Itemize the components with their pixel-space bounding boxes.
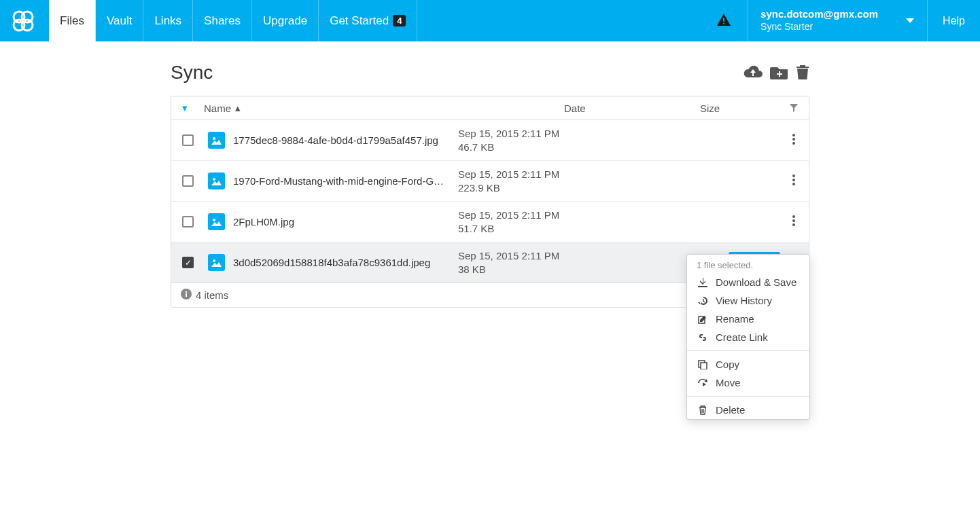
- svg-point-15: [792, 183, 795, 185]
- account-plan: Sync Starter: [760, 21, 878, 33]
- svg-point-9: [792, 138, 795, 141]
- image-file-icon: [208, 213, 225, 230]
- svg-point-18: [792, 215, 795, 218]
- svg-point-19: [792, 219, 795, 222]
- image-file-icon: [208, 132, 225, 149]
- app-logo[interactable]: [10, 7, 37, 35]
- menu-history[interactable]: View History: [687, 291, 809, 310]
- nav-item-shares[interactable]: Shares: [193, 0, 252, 41]
- footer-count: 4 items: [196, 289, 228, 301]
- svg-point-8: [792, 134, 795, 137]
- file-size: 51.7 KB: [458, 222, 676, 236]
- context-menu: 1 file selected. Download & Save View Hi…: [686, 254, 810, 420]
- sort-asc-icon: ▴: [235, 102, 241, 114]
- move-icon: [697, 378, 709, 388]
- table-row[interactable]: 1775dec8-9884-4afe-b0d4-d1799a5af457.jpg…: [171, 120, 809, 161]
- more-options-icon[interactable]: [790, 172, 798, 190]
- caret-down-icon[interactable]: ▾: [182, 102, 188, 114]
- file-date: Sep 15, 2015 2:11 PM: [458, 168, 676, 181]
- filter-icon[interactable]: [790, 103, 798, 114]
- more-options-icon[interactable]: [790, 213, 798, 231]
- svg-rect-27: [186, 293, 187, 297]
- svg-point-20: [792, 223, 795, 226]
- nav-item-vault[interactable]: Vault: [96, 0, 144, 41]
- file-size: 38 KB: [458, 263, 676, 276]
- file-name[interactable]: 3d0d52069d158818f4b3afa78c9361dd.jpeg: [233, 257, 458, 268]
- nav-badge: 4: [393, 15, 406, 26]
- menu-selection-info: 1 file selected.: [687, 255, 809, 273]
- more-options-icon[interactable]: [790, 131, 798, 149]
- new-folder-icon[interactable]: [770, 65, 789, 81]
- svg-point-14: [792, 179, 795, 181]
- row-checkbox[interactable]: [182, 257, 194, 268]
- col-size-header[interactable]: Size: [700, 103, 720, 114]
- svg-point-13: [792, 175, 795, 177]
- image-file-icon: [208, 254, 225, 271]
- file-date: Sep 15, 2015 2:11 PM: [458, 127, 676, 141]
- menu-rename[interactable]: Rename: [687, 310, 809, 328]
- table-row[interactable]: 2FpLH0M.jpgSep 15, 2015 2:11 PM51.7 KB: [171, 202, 809, 242]
- nav-items: FilesVaultLinksSharesUpgradeGet Started4: [49, 0, 417, 41]
- info-icon: [181, 289, 192, 302]
- svg-point-10: [792, 142, 795, 145]
- svg-rect-28: [186, 291, 187, 293]
- file-size: 46.7 KB: [458, 141, 676, 154]
- image-file-icon: [208, 172, 225, 189]
- link-icon: [697, 333, 709, 342]
- svg-rect-4: [723, 18, 724, 21]
- file-date: Sep 15, 2015 2:11 PM: [458, 249, 676, 263]
- svg-rect-5: [723, 23, 724, 24]
- col-name-header[interactable]: Name: [204, 103, 231, 114]
- download-icon: [697, 278, 709, 287]
- svg-point-3: [22, 20, 33, 31]
- col-date-header[interactable]: Date: [564, 103, 586, 114]
- menu-copy[interactable]: Copy: [687, 355, 809, 374]
- file-size: 223.9 KB: [458, 181, 676, 195]
- nav-item-files[interactable]: Files: [49, 0, 96, 41]
- trash-icon[interactable]: [796, 65, 809, 81]
- edit-icon: [697, 314, 709, 324]
- sync-logo-icon: [10, 7, 37, 35]
- chevron-down-icon: [905, 16, 915, 26]
- upload-icon[interactable]: [743, 65, 763, 81]
- top-nav: FilesVaultLinksSharesUpgradeGet Started4…: [0, 0, 980, 41]
- nav-item-upgrade[interactable]: Upgrade: [252, 0, 319, 41]
- delete-icon: [697, 405, 709, 415]
- svg-point-7: [213, 137, 215, 140]
- svg-point-22: [213, 259, 215, 262]
- row-checkbox[interactable]: [182, 216, 194, 228]
- table-row[interactable]: 1970-Ford-Mustang-with-mid-engine-Ford-G…: [171, 161, 809, 202]
- account-menu[interactable]: sync.dotcom@gmx.com Sync Starter: [748, 0, 928, 41]
- file-name[interactable]: 1970-Ford-Mustang-with-mid-engine-Ford-G…: [233, 175, 458, 187]
- file-name[interactable]: 2FpLH0M.jpg: [233, 216, 458, 228]
- svg-point-12: [213, 178, 215, 181]
- row-checkbox[interactable]: [182, 175, 194, 187]
- account-email: sync.dotcom@gmx.com: [760, 8, 878, 21]
- menu-create-link[interactable]: Create Link: [687, 328, 809, 346]
- svg-rect-30: [701, 363, 707, 369]
- file-name[interactable]: 1775dec8-9884-4afe-b0d4-d1799a5af457.jpg: [233, 134, 458, 146]
- nav-item-links[interactable]: Links: [143, 0, 193, 41]
- nav-item-get-started[interactable]: Get Started4: [319, 0, 417, 41]
- help-link[interactable]: Help: [928, 15, 980, 27]
- history-icon: [697, 296, 709, 306]
- menu-download[interactable]: Download & Save: [687, 273, 809, 291]
- file-date: Sep 15, 2015 2:11 PM: [458, 208, 676, 222]
- copy-icon: [697, 360, 709, 369]
- nav-right: sync.dotcom@gmx.com Sync Starter Help: [716, 0, 980, 41]
- warning-icon[interactable]: [716, 13, 731, 29]
- row-checkbox[interactable]: [182, 134, 194, 146]
- svg-point-17: [213, 219, 215, 221]
- table-header: ▾ Name ▴ Date Size: [171, 96, 809, 120]
- page-title: Sync: [171, 62, 743, 84]
- menu-move[interactable]: Move: [687, 374, 809, 392]
- menu-delete[interactable]: Delete: [687, 401, 809, 419]
